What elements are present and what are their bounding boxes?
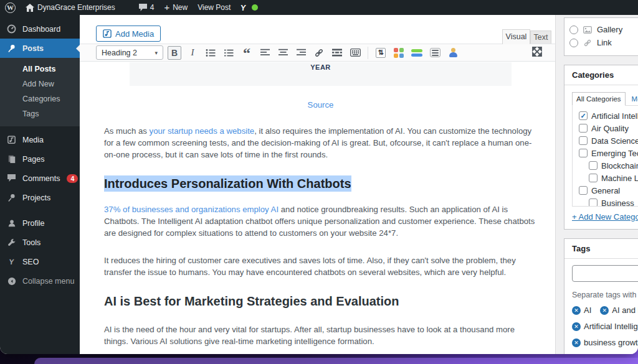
comments-icon [6, 174, 17, 182]
yoast-seo-menu[interactable]: Y [236, 0, 263, 15]
tab-visual[interactable]: Visual [502, 29, 530, 44]
tab-text[interactable]: Text [530, 30, 551, 44]
category-label: Business [601, 198, 634, 207]
checkbox[interactable] [579, 111, 588, 120]
sidebar-item-seo[interactable]: Y SEO [0, 252, 80, 271]
sidebar-item-posts[interactable]: Posts [0, 39, 80, 58]
inline-link[interactable]: your startup needs a website [150, 126, 255, 136]
checkbox[interactable] [589, 198, 598, 207]
checkbox[interactable] [589, 161, 598, 170]
admin-comments-link[interactable]: 4 [134, 0, 160, 15]
shortcode-grid-button[interactable] [392, 46, 406, 60]
paragraph-3: It reduces the hiring of customer care e… [104, 254, 536, 278]
add-media-button[interactable]: Add Media [96, 26, 161, 42]
category-label: Blockchain [601, 161, 638, 170]
add-media-label: Add Media [115, 29, 154, 39]
sidebar-label: Comments [22, 174, 60, 183]
format-label: Link [597, 38, 612, 47]
submenu-tags[interactable]: Tags [0, 106, 80, 121]
format-option-gallery[interactable]: Gallery [569, 23, 638, 36]
layout-pills-button[interactable] [410, 46, 424, 60]
sidebar-label: Collapse menu [22, 277, 74, 286]
sidebar-label: Dashboard [22, 25, 60, 34]
author-box-button[interactable] [446, 46, 460, 60]
remove-tag-icon[interactable]: ✕ [572, 338, 581, 347]
desktop-dock-edge [34, 358, 638, 364]
sidebar-item-pages[interactable]: Pages [0, 149, 80, 169]
list-box-button[interactable] [428, 46, 442, 60]
category-row[interactable]: Emerging Technologies [579, 147, 638, 159]
read-more-tag-button[interactable] [330, 46, 344, 60]
category-row[interactable]: General [579, 184, 638, 197]
sidebar-item-tools[interactable]: Tools [0, 233, 80, 252]
categories-list[interactable]: Artificial Intelligence Air Quality Data… [572, 105, 638, 207]
tag-chip: ✕AI [572, 306, 591, 315]
distraction-free-button[interactable] [531, 46, 544, 58]
tag-label: business growth [584, 338, 638, 347]
bullet-list-button[interactable] [204, 46, 217, 60]
align-center-button[interactable] [276, 46, 290, 60]
wordpress-menu[interactable]: W [0, 0, 21, 15]
checkbox[interactable] [579, 186, 588, 195]
radio-button[interactable] [569, 26, 578, 34]
format-dropdown-value: Heading 2 [102, 49, 137, 57]
checkbox[interactable] [579, 124, 588, 133]
category-row[interactable]: Blockchain [579, 159, 638, 172]
align-right-button[interactable] [294, 46, 308, 60]
view-post-label: View Post [198, 3, 231, 12]
site-name-link[interactable]: DynaGrace Enterprises [21, 0, 120, 15]
toolbar-divider [368, 47, 368, 59]
insert-updown-button[interactable]: ⇅ [374, 46, 388, 60]
radio-button[interactable] [569, 39, 578, 47]
submenu-categories[interactable]: Categories [0, 91, 80, 106]
editor-content[interactable]: YEAR Source As much as your startup need… [80, 62, 555, 354]
toolbar-toggle-button[interactable] [348, 46, 362, 60]
tab-all-categories[interactable]: All Categories [572, 92, 626, 106]
content-gutter [555, 15, 564, 354]
submenu-add-new[interactable]: Add New [0, 77, 80, 91]
editor-toolbar: Heading 2 ▾ B I “ [80, 44, 555, 62]
category-row[interactable]: Data Science [579, 134, 638, 147]
chart-x-axis-label: YEAR [130, 62, 512, 71]
sidebar-item-projects[interactable]: Projects [0, 188, 80, 207]
category-row[interactable]: Air Quality [579, 122, 638, 134]
sidebar-item-dashboard[interactable]: Dashboard [0, 19, 80, 39]
add-new-category-link[interactable]: + Add New Category [572, 212, 638, 222]
category-row[interactable]: Business [579, 197, 638, 207]
submenu-all-posts[interactable]: All Posts [0, 62, 80, 77]
checkbox[interactable] [589, 174, 598, 182]
sidebar-item-profile[interactable]: Profile [0, 213, 80, 233]
remove-tag-icon[interactable]: ✕ [600, 306, 609, 315]
category-label: Machine Learning [601, 174, 638, 183]
italic-button[interactable]: I [186, 46, 199, 60]
source-link[interactable]: Source [130, 100, 512, 110]
insert-link-button[interactable] [312, 46, 326, 60]
site-name: DynaGrace Enterprises [37, 3, 115, 12]
remove-tag-icon[interactable]: ✕ [572, 306, 581, 315]
format-dropdown[interactable]: Heading 2 ▾ [96, 45, 163, 60]
align-left-button[interactable] [258, 46, 272, 60]
chevron-down-icon: ▾ [155, 50, 158, 56]
numbered-list-button[interactable] [222, 46, 236, 60]
remove-tag-icon[interactable]: ✕ [572, 322, 581, 331]
inline-link[interactable]: 37% of businesses and organizations empl… [104, 205, 279, 214]
category-row[interactable]: Machine Learning [579, 172, 638, 184]
comment-bubble-icon [139, 4, 147, 11]
blockquote-button[interactable]: “ [240, 49, 254, 57]
checkbox[interactable] [579, 136, 588, 145]
tags-input[interactable] [572, 265, 638, 282]
sidebar-label: SEO [22, 258, 39, 266]
checkbox[interactable] [579, 149, 588, 157]
new-menu[interactable]: + New [159, 0, 193, 15]
sidebar-label: Projects [22, 194, 50, 202]
category-row[interactable]: Artificial Intelligence [579, 110, 638, 122]
sidebar-item-media[interactable]: Media [0, 130, 80, 149]
category-label: General [591, 186, 620, 195]
tag-chip: ✕AI and business [600, 306, 638, 315]
view-post-link[interactable]: View Post [193, 0, 236, 15]
sidebar-item-comments[interactable]: Comments 4 [0, 169, 80, 188]
bold-button[interactable]: B [168, 46, 181, 60]
sidebar-collapse-menu[interactable]: Collapse menu [0, 271, 80, 291]
tab-most-used[interactable]: Most Used [632, 95, 638, 105]
format-option-link[interactable]: Link [569, 36, 638, 49]
